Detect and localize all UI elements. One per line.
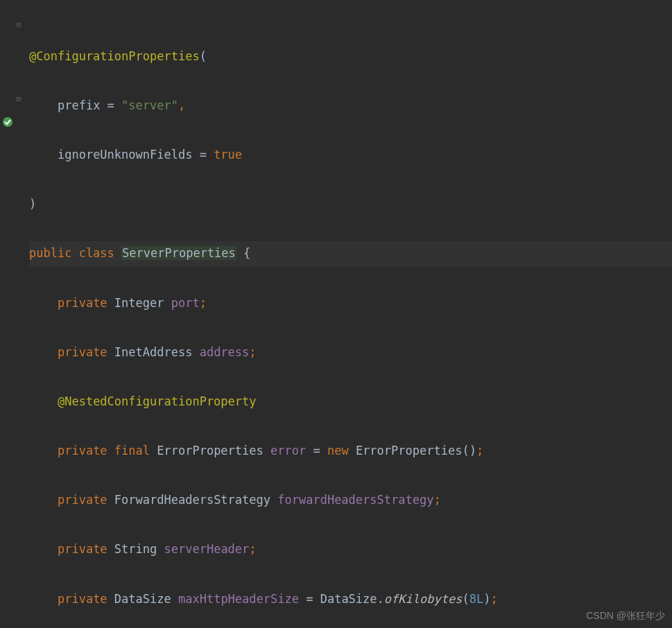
code-line: private Integer port; xyxy=(29,291,672,316)
code-line: private ForwardHeadersStrategy forwardHe… xyxy=(29,488,672,513)
gutter: ⊟ ⊟ xyxy=(0,0,24,628)
watermark-text: CSDN @张狂年少 xyxy=(586,610,665,622)
fold-collapse-icon[interactable]: ⊟ xyxy=(15,21,22,28)
code-line: ignoreUnknownFields = true xyxy=(29,143,672,168)
code-line: private final ErrorProperties error = ne… xyxy=(29,439,672,464)
code-line-highlighted: public class ServerProperties { xyxy=(29,241,672,266)
svg-point-0 xyxy=(3,117,12,127)
code-editor[interactable]: ⊟ ⊟ @ConfigurationProperties( prefix = "… xyxy=(0,0,672,628)
code-line: @ConfigurationProperties( xyxy=(29,44,672,69)
code-line: private String serverHeader; xyxy=(29,537,672,562)
code-line: @NestedConfigurationProperty xyxy=(29,390,672,415)
code-line: private InetAddress address; xyxy=(29,340,672,365)
fold-close-icon[interactable]: ⊟ xyxy=(15,96,22,103)
run-gutter-icon[interactable] xyxy=(2,116,13,128)
code-line: ) xyxy=(29,192,672,217)
code-line: private DataSize maxHttpHeaderSize = Dat… xyxy=(29,587,672,612)
code-line: prefix = "server", xyxy=(29,94,672,119)
code-area[interactable]: @ConfigurationProperties( prefix = "serv… xyxy=(24,0,672,628)
